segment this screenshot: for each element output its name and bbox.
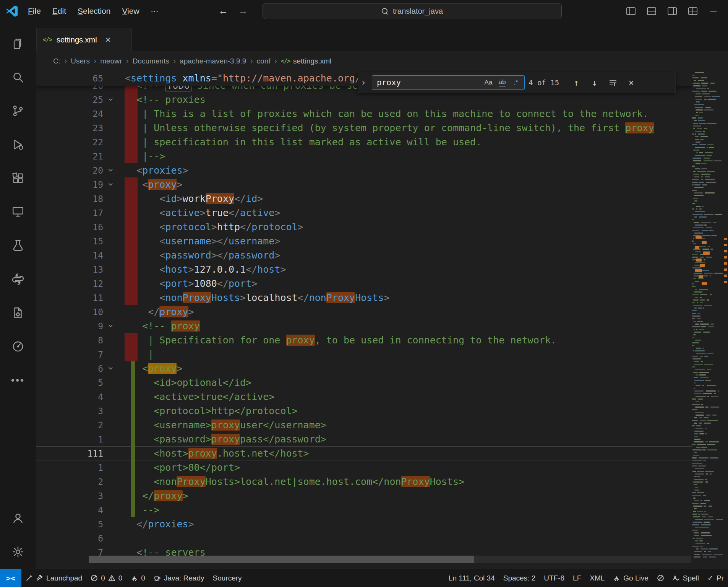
line-number[interactable]: 2 (36, 420, 103, 430)
menu-edit[interactable]: Edit (47, 4, 72, 18)
line-number[interactable]: 19 (36, 180, 103, 190)
code-line[interactable]: 12 <port>1080</port> (36, 276, 692, 291)
line-number[interactable]: 3 (36, 406, 103, 416)
code-line[interactable]: 5 </proxies> (36, 517, 692, 531)
code-line[interactable]: 2 <nonProxyHosts>local.net|some.host.com… (36, 475, 692, 489)
code-line[interactable]: 25› <!-- proxies (36, 93, 692, 107)
breadcrumb-item[interactable]: C: (53, 57, 60, 65)
code-line[interactable]: 6 (36, 531, 692, 545)
regex-icon[interactable]: .* (510, 77, 522, 88)
line-number[interactable]: 9 (36, 321, 103, 331)
code-line[interactable]: 3 </proxy> (36, 489, 692, 503)
line-number[interactable]: 16 (36, 222, 103, 232)
line-number[interactable]: 1 (36, 434, 103, 444)
line-number[interactable]: 18 (36, 194, 103, 204)
line-number[interactable]: 12 (36, 279, 103, 289)
breadcrumb-file[interactable]: settings.xml (293, 57, 331, 65)
go-live[interactable]: Go Live (609, 569, 652, 587)
status-ports[interactable]: 0 (126, 569, 149, 587)
settings-gear-icon[interactable] (0, 535, 36, 569)
do-not-disturb[interactable] (653, 569, 668, 587)
code-line[interactable]: 2 <username>proxyuser</username> (36, 418, 692, 432)
line-number[interactable]: 17 (36, 208, 103, 218)
match-case-icon[interactable]: Aa (482, 77, 495, 88)
line-number[interactable]: 7 (36, 350, 103, 359)
whole-word-icon[interactable]: ab (496, 77, 508, 88)
toggle-sidebar-icon[interactable] (623, 3, 639, 19)
code-line[interactable]: 6› <proxy> (36, 361, 692, 376)
toggle-panel-icon[interactable] (644, 3, 659, 19)
code-editor[interactable]: 26 <!-- TODO Since when can proxies be s… (36, 71, 728, 569)
run-debug-icon[interactable] (0, 128, 36, 161)
cursor-position[interactable]: Ln 111, Col 34 (444, 569, 499, 587)
line-number[interactable]: 5 (36, 519, 103, 529)
code-line[interactable]: 19› <proxy> (36, 177, 692, 192)
line-number[interactable]: 11 (36, 293, 103, 303)
forward-arrow-icon[interactable]: → (238, 5, 248, 17)
line-number[interactable]: 14 (36, 250, 103, 260)
menu-overflow[interactable]: ⋯ (145, 4, 165, 18)
breadcrumb-item[interactable]: meowr (100, 57, 122, 65)
line-number[interactable]: 24 (36, 109, 103, 119)
line-number[interactable]: 4 (36, 505, 103, 515)
status-problems[interactable]: 0 0 (86, 569, 126, 587)
code-line[interactable]: 18 <id>workProxy</id> (36, 192, 692, 206)
code-line[interactable]: 13 <host>127.0.0.1</host> (36, 262, 692, 276)
breadcrumb-item[interactable]: conf (257, 57, 271, 65)
code-line[interactable]: 16 <protocol>http</protocol> (36, 220, 692, 234)
code-line[interactable]: 22 | specification in this list marked a… (36, 135, 692, 149)
toggle-replace-chevron-icon[interactable]: › (359, 72, 368, 93)
horizontal-scrollbar-thumb[interactable] (89, 556, 474, 563)
code-line[interactable]: 111 <host>proxy.host.net</host> (36, 446, 692, 460)
line-number[interactable]: 6 (36, 364, 103, 374)
line-number[interactable]: 23 (36, 123, 103, 133)
line-number[interactable]: 15 (36, 236, 103, 246)
find-in-selection-icon[interactable] (606, 75, 620, 90)
menu-file[interactable]: File (22, 4, 47, 18)
back-arrow-icon[interactable]: ← (219, 5, 229, 17)
toggle-secondary-sidebar-icon[interactable] (665, 3, 680, 19)
explorer-icon[interactable] (0, 27, 36, 60)
status-sourcery[interactable]: Sourcery (209, 569, 246, 587)
horizontal-scrollbar[interactable] (89, 556, 691, 563)
code-line[interactable]: 17 <active>true</active> (36, 206, 692, 220)
menu-view[interactable]: View (116, 4, 145, 18)
tab-close-icon[interactable]: × (105, 35, 111, 44)
testing-icon[interactable] (0, 229, 36, 262)
line-number[interactable]: 8 (36, 335, 103, 345)
find-input[interactable]: proxy Aa ab .* (372, 75, 525, 90)
search-sidebar-icon[interactable] (0, 60, 36, 94)
line-number[interactable]: 5 (36, 378, 103, 388)
compass-icon[interactable] (0, 330, 36, 363)
code-line[interactable]: 15 <username></username> (36, 234, 692, 248)
code-line[interactable]: 10 </proxy> (36, 305, 692, 319)
line-number[interactable]: 13 (36, 265, 103, 275)
line-number[interactable]: 25 (36, 95, 103, 105)
code-line[interactable]: 3 <protocol>http</protocol> (36, 404, 692, 418)
prettier-status[interactable]: ✓ Pr (703, 569, 728, 587)
encoding[interactable]: UTF-8 (540, 569, 569, 587)
account-icon[interactable] (0, 501, 36, 535)
line-number[interactable]: 1 (36, 463, 103, 473)
indentation[interactable]: Spaces: 2 (499, 569, 540, 587)
spell-checker[interactable]: Spell (668, 569, 703, 587)
line-number[interactable]: 111 (36, 449, 103, 459)
source-control-icon[interactable] (0, 94, 36, 128)
tab-settings-xml[interactable]: </> settings.xml × (36, 28, 132, 51)
next-match-icon[interactable]: ↓ (587, 75, 602, 90)
code-line[interactable]: 5 <id>optional</id> (36, 376, 692, 390)
remote-explorer-icon[interactable] (0, 195, 36, 229)
code-line[interactable]: 9› <!-- proxy (36, 319, 692, 333)
code-line[interactable]: 24 | This is a list of proxies which can… (36, 107, 692, 121)
code-line[interactable]: 7 | (36, 347, 692, 361)
status-java[interactable]: Java: Ready (149, 569, 209, 587)
file-settings-icon[interactable] (0, 296, 36, 330)
code-line[interactable]: 20› <proxies> (36, 163, 692, 177)
extensions-icon[interactable] (0, 161, 36, 195)
previous-match-icon[interactable]: ↑ (569, 75, 584, 90)
line-number[interactable]: 4 (36, 392, 103, 402)
eol-sequence[interactable]: LF (569, 569, 585, 587)
code-line[interactable]: 4 <active>true</active> (36, 390, 692, 404)
command-center-search[interactable]: translator_java (263, 3, 562, 19)
breadcrumb-item[interactable]: Users (71, 57, 90, 65)
